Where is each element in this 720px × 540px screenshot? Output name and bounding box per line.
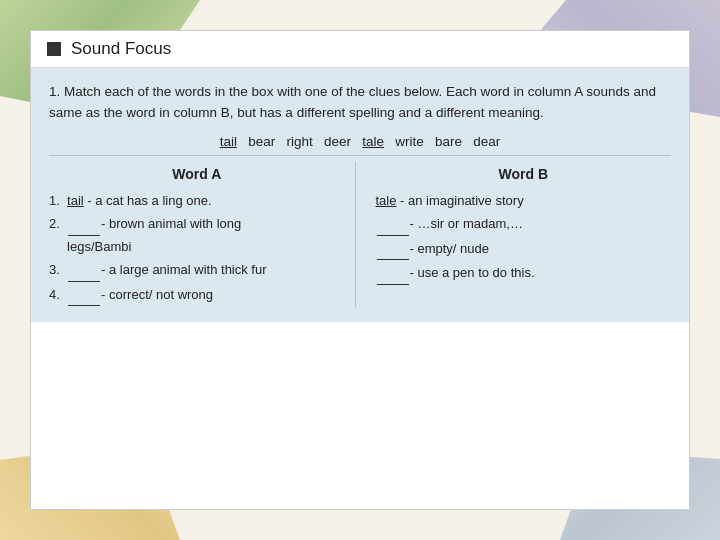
column-a: Word A 1. tail - a cat has a ling one. 2… bbox=[49, 162, 356, 308]
column-a-items: 1. tail - a cat has a ling one. 2. - bro… bbox=[49, 190, 345, 306]
list-item: tale - an imaginative story bbox=[376, 190, 672, 211]
columns-container: Word A 1. tail - a cat has a ling one. 2… bbox=[49, 162, 671, 308]
list-item: 2. - brown animal with long legs/Bambi bbox=[49, 213, 345, 257]
list-item: - use a pen to do this. bbox=[376, 262, 672, 284]
column-b: Word B tale - an imaginative story - …si… bbox=[356, 162, 672, 308]
column-a-header: Word A bbox=[49, 162, 345, 190]
word-tail: tail bbox=[220, 134, 237, 149]
page-title: Sound Focus bbox=[71, 39, 171, 59]
list-item: - empty/ nude bbox=[376, 238, 672, 260]
instruction-text: 1. Match each of the words in the box wi… bbox=[49, 82, 671, 124]
list-item: 4. - correct/ not wrong bbox=[49, 284, 345, 306]
word-tale: tale bbox=[362, 134, 384, 149]
header-bar: Sound Focus bbox=[31, 31, 689, 68]
list-item: 1. tail - a cat has a ling one. bbox=[49, 190, 345, 211]
content-area: 1. Match each of the words in the box wi… bbox=[31, 68, 689, 322]
list-item: 3. - a large animal with thick fur bbox=[49, 259, 345, 281]
words-row: tail bear right deer tale write bare dea… bbox=[49, 134, 671, 156]
column-b-items: tale - an imaginative story - …sir or ma… bbox=[376, 190, 672, 285]
bullet-icon bbox=[47, 42, 61, 56]
list-item: - …sir or madam,… bbox=[376, 213, 672, 235]
column-b-header: Word B bbox=[376, 162, 672, 190]
main-panel: Sound Focus 1. Match each of the words i… bbox=[30, 30, 690, 510]
